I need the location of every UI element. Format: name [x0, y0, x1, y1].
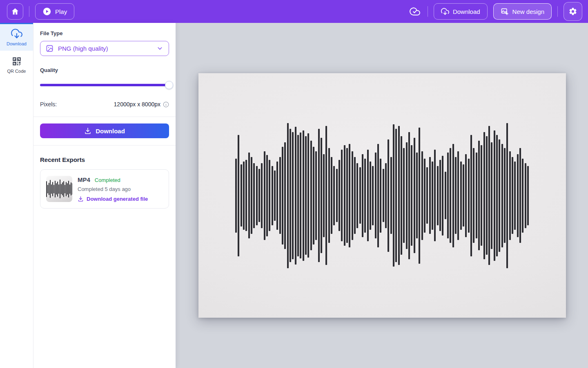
home-button[interactable] [7, 3, 23, 20]
cloud-download-icon [11, 28, 22, 39]
slider-fill [40, 84, 169, 86]
waveform-bar [494, 130, 495, 261]
artboard[interactable] [198, 73, 566, 318]
file-type-select[interactable]: PNG (high quality) [40, 41, 169, 56]
waveform-bar [300, 132, 301, 258]
waveform-bar [395, 129, 397, 262]
topbar-right: Download New design [408, 2, 582, 21]
waveform-bar [380, 159, 381, 233]
canvas-workspace[interactable] [176, 23, 588, 368]
waveform-bar [370, 162, 371, 230]
waveform-bar [375, 153, 376, 238]
download-generated-file-link[interactable]: Download generated file [78, 196, 148, 202]
sidebar-tab-qr-code[interactable]: QR Code [0, 51, 33, 79]
waveform-bar [501, 144, 503, 247]
waveform-bar [269, 160, 270, 231]
thumbnail-bar [69, 184, 70, 194]
waveform-bar [509, 151, 511, 240]
thumbnail-bar [49, 183, 49, 195]
waveform-bar [377, 144, 379, 247]
cloud-download-icon [441, 7, 449, 16]
download-tray-icon [84, 127, 91, 135]
sidebar-tab-label: QR Code [7, 69, 26, 74]
topbar-separator [29, 6, 29, 17]
file-type-label: File Type [40, 30, 169, 36]
thumbnail-bar [50, 180, 51, 198]
waveform-bar [419, 128, 420, 264]
topbar-separator [557, 6, 558, 17]
waveform-bar [346, 148, 348, 243]
download-panel: File Type PNG (high quality) Quality Pix… [33, 23, 176, 368]
topbar-left: Play [7, 3, 74, 20]
new-design-label: New design [512, 8, 544, 15]
waveform-bar [367, 150, 369, 241]
waveform[interactable] [235, 121, 529, 269]
waveform-bar [297, 135, 299, 256]
thumbnail-bar [68, 181, 69, 197]
waveform-bar [276, 162, 278, 230]
waveform-bar [522, 159, 523, 233]
waveform-bar [284, 142, 286, 249]
waveform-bar [470, 135, 472, 256]
play-button-label: Play [55, 8, 67, 15]
waveform-bar [383, 169, 384, 222]
topbar: Play Download New design [0, 0, 588, 23]
waveform-bar [238, 135, 239, 256]
waveform-bar [313, 147, 314, 245]
waveform-bar [447, 153, 449, 238]
waveform-bar [463, 164, 464, 227]
thumbnail-bar [53, 185, 54, 193]
waveform-bar [388, 139, 389, 252]
waveform-bar [310, 141, 312, 250]
waveform-bar [457, 151, 459, 240]
waveform-bar [266, 155, 268, 236]
slider-thumb[interactable] [165, 81, 173, 89]
waveform-bar [411, 145, 412, 246]
info-icon[interactable] [163, 101, 169, 108]
waveform-bar [465, 154, 467, 237]
waveform-bar [318, 129, 320, 262]
thumbnail-bar [71, 182, 71, 195]
pixels-label: Pixels: [40, 101, 114, 108]
gear-icon [568, 7, 577, 16]
topbar-download-button[interactable]: Download [434, 3, 488, 20]
waveform-bar [403, 148, 405, 243]
image-plus-icon [501, 7, 509, 16]
settings-button[interactable] [564, 2, 582, 21]
sidebar-tab-download[interactable]: Download [0, 23, 33, 51]
thumbnail-bar [52, 182, 53, 196]
thumbnail-bar [67, 183, 68, 195]
waveform-bar [243, 162, 245, 230]
waveform-bar [315, 151, 317, 240]
waveform-bar [339, 160, 340, 231]
waveform-bar [341, 150, 343, 241]
waveform-bar [442, 156, 443, 236]
export-format: MP4 [78, 176, 90, 183]
thumbnail-bar [58, 184, 59, 194]
new-design-button[interactable]: New design [493, 3, 552, 20]
waveform-bar [253, 163, 255, 228]
waveform-bar [517, 154, 519, 237]
play-button[interactable]: Play [35, 3, 74, 20]
waveform-bar [512, 157, 513, 234]
topbar-separator [428, 6, 428, 17]
download-tray-icon [78, 196, 84, 202]
waveform-bar [514, 162, 516, 230]
waveform-bar [393, 124, 394, 267]
waveform-bar [354, 157, 356, 234]
download-button[interactable]: Download [40, 123, 169, 138]
sidebar-rail: Download QR Code [0, 23, 33, 368]
waveform-bar [481, 145, 482, 246]
export-thumbnail [46, 176, 72, 202]
export-card: MP4 Completed Completed 5 days ago Downl… [40, 169, 169, 209]
waveform-bar [519, 148, 521, 243]
thumbnail-bar [51, 184, 52, 194]
waveform-bar [333, 166, 335, 225]
recent-exports-title: Recent Exports [40, 156, 169, 163]
waveform-bar [429, 157, 431, 234]
chevron-down-icon [156, 45, 163, 52]
waveform-bar [483, 132, 485, 259]
quality-slider[interactable] [40, 81, 169, 89]
thumbnail-bar [56, 183, 57, 195]
waveform-bar [499, 139, 500, 252]
